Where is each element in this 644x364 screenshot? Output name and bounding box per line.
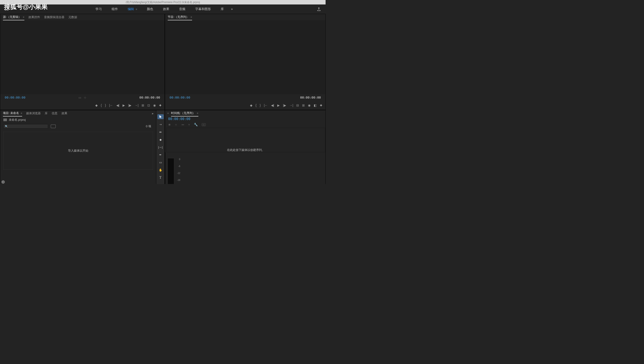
add-marker-tl-icon[interactable]: ▿ <box>188 123 190 126</box>
ripple-edit-tool-icon[interactable]: ⇹ <box>158 130 164 134</box>
workspace-overflow-button[interactable]: » <box>229 5 235 14</box>
extract-icon[interactable]: ⊞ <box>302 104 305 107</box>
export-frame-icon[interactable]: ◉ <box>153 104 156 107</box>
tab-effect-controls[interactable]: 效果控件 <box>28 14 40 20</box>
program-tc-left[interactable]: 00:00:00:00 <box>170 96 190 99</box>
tab-source[interactable]: 源:（无剪辑） ≡ <box>3 14 24 20</box>
insert-icon[interactable]: ⊞ <box>142 104 144 107</box>
rectangle-tool-icon[interactable]: ▭ <box>158 160 164 165</box>
mark-out-icon[interactable]: } <box>105 104 106 107</box>
close-window-button[interactable] <box>2 1 5 4</box>
linked-selection-icon[interactable]: ⫘ <box>181 123 184 126</box>
workspace-tab-assembly[interactable]: 组件 <box>107 5 123 14</box>
play-icon[interactable]: ▶ <box>122 104 125 107</box>
project-item-count: 0 项 <box>146 124 153 128</box>
tab-libraries[interactable]: 库 <box>45 110 48 116</box>
home-icon[interactable] <box>4 6 10 12</box>
source-transport: ◆ { } |← ◀| ▶ |▶ →| ⊞ ⊡ ◉ + <box>0 101 164 110</box>
insert-sequence-icon[interactable]: ⋇ <box>168 123 171 126</box>
panel-menu-icon[interactable]: ≡ <box>190 16 192 18</box>
button-editor-icon[interactable]: + <box>159 103 162 108</box>
maximize-window-button[interactable] <box>11 1 14 4</box>
project-breadcrumb: 未命名.prproj <box>0 116 156 123</box>
workspace-tab-learn[interactable]: 学习 <box>90 5 107 14</box>
add-marker-icon[interactable]: ◆ <box>95 104 98 107</box>
goto-out-icon[interactable]: →| <box>289 104 294 107</box>
snap-icon[interactable]: ∩ <box>175 123 177 126</box>
mark-in-icon[interactable]: { <box>256 104 257 107</box>
bottom-left-region: 项目: 未命名 ≡ 媒体浏览器 库 信息 效果 » 未命名.prproj 🔍 0… <box>0 110 165 184</box>
safe-margins-icon[interactable]: ⊹ <box>84 96 86 99</box>
razor-tool-icon[interactable]: ◆ <box>158 137 164 142</box>
mark-out-icon[interactable]: } <box>260 104 261 107</box>
source-viewport[interactable] <box>0 20 164 94</box>
fit-icon[interactable]: ▭ <box>78 96 81 99</box>
project-filename: 未命名.prproj <box>9 118 26 122</box>
project-search-input[interactable] <box>10 125 46 128</box>
overwrite-icon[interactable]: ⊡ <box>147 104 150 107</box>
tab-effects[interactable]: 效果 <box>62 110 67 116</box>
workspace-tabs: 学习 组件 编辑≡ 颜色 效果 音频 字幕和图形 库 » <box>90 5 235 14</box>
play-icon[interactable]: ▶ <box>277 104 280 107</box>
export-frame-icon[interactable]: ◉ <box>308 104 310 107</box>
selection-tool-icon[interactable] <box>158 114 164 119</box>
tab-audio-clip-mixer[interactable]: 音频剪辑混合器 <box>44 14 64 20</box>
source-tc-left[interactable]: 00:00:00:00 <box>5 96 26 99</box>
step-back-icon[interactable]: ◀| <box>271 104 274 107</box>
track-select-tool-icon[interactable]: ⇢ <box>158 122 164 127</box>
source-tc-right: 00:00:00:00 <box>139 96 160 99</box>
workspace-tab-color[interactable]: 颜色 <box>142 5 158 14</box>
step-back-icon[interactable]: ◀| <box>116 104 120 107</box>
captions-track-icon[interactable]: cc <box>202 123 206 126</box>
panel-menu-icon[interactable]: ≡ <box>197 112 198 114</box>
program-viewport[interactable] <box>165 20 325 94</box>
timeline-drop-zone[interactable]: 在此处放下媒体以创建序列。 <box>166 128 325 152</box>
panel-menu-icon[interactable]: ≡ <box>23 16 24 18</box>
project-drop-zone[interactable]: 导入媒体以开始 <box>3 132 153 170</box>
tab-info[interactable]: 信息 <box>52 110 58 116</box>
lift-icon[interactable]: ⊟ <box>296 104 299 107</box>
source-monitor-panel: 源:（无剪辑） ≡ 效果控件 音频剪辑混合器 元数据 00:00:00:00 ▭… <box>0 14 165 110</box>
goto-out-icon[interactable]: →| <box>134 104 139 107</box>
workspace-tab-audio[interactable]: 音频 <box>174 5 190 14</box>
project-search-box[interactable]: 🔍 <box>3 124 48 128</box>
minimize-window-button[interactable] <box>6 1 9 4</box>
workspace-tab-effects[interactable]: 效果 <box>158 5 174 14</box>
pen-tool-icon[interactable]: ✒ <box>158 152 164 157</box>
hand-tool-icon[interactable]: ✋ <box>158 168 164 172</box>
button-editor-icon[interactable]: + <box>320 103 322 108</box>
panel-menu-icon[interactable]: ≡ <box>21 112 22 114</box>
tab-metadata[interactable]: 元数据 <box>68 14 77 20</box>
workspace-menu-icon[interactable]: ≡ <box>136 8 137 10</box>
slip-tool-icon[interactable]: |↔| <box>158 145 164 150</box>
timeline-timecode[interactable]: 00:00:00:00 <box>168 117 190 121</box>
window-title: /用户/shifangfang/文稿/Adobe/Premiere Pro/22… <box>126 0 200 4</box>
new-bin-icon[interactable] <box>51 124 56 128</box>
tab-timeline[interactable]: 时间线:（无序列） ≡ <box>171 110 198 116</box>
step-fwd-icon[interactable]: |▶ <box>283 104 286 107</box>
timeline-settings-icon[interactable]: 🔧 <box>194 123 198 126</box>
type-tool-icon[interactable]: T <box>158 175 164 180</box>
add-marker-icon[interactable]: ◆ <box>250 104 252 107</box>
source-panel-tabs: 源:（无剪辑） ≡ 效果控件 音频剪辑混合器 元数据 <box>0 14 164 20</box>
tab-program[interactable]: 节目:（无序列） ≡ <box>168 14 192 20</box>
step-fwd-icon[interactable]: |▶ <box>128 104 132 107</box>
workspace-tab-editing[interactable]: 编辑≡ <box>123 5 142 14</box>
workspace-tab-captions[interactable]: 字幕和图形 <box>190 5 216 14</box>
workspace-tab-libraries[interactable]: 库 <box>216 5 229 14</box>
quick-export-icon[interactable] <box>317 7 321 12</box>
mark-in-icon[interactable]: { <box>101 104 102 107</box>
tab-project[interactable]: 项目: 未命名 ≡ <box>3 110 22 116</box>
comparison-view-icon[interactable]: ◧ <box>314 104 317 107</box>
goto-in-icon[interactable]: |← <box>264 104 268 107</box>
goto-in-icon[interactable]: |← <box>109 104 113 107</box>
audio-meter-track[interactable] <box>168 158 174 184</box>
close-tab-icon[interactable]: × <box>167 112 169 115</box>
creative-cloud-icon[interactable] <box>1 180 5 184</box>
audio-meter-scale: 0 -6 -12 -18 -24 -30 -36 -42 -48 <box>177 158 180 184</box>
timeline-toolbar: ⋇ ∩ ⫘ ▿ 🔧 cc <box>165 122 325 128</box>
project-panel: 项目: 未命名 ≡ 媒体浏览器 库 信息 效果 » 未命名.prproj 🔍 0… <box>0 110 156 184</box>
tab-media-browser[interactable]: 媒体浏览器 <box>26 110 41 116</box>
search-icon: 🔍 <box>5 125 8 128</box>
project-overflow-button[interactable]: » <box>152 112 154 115</box>
